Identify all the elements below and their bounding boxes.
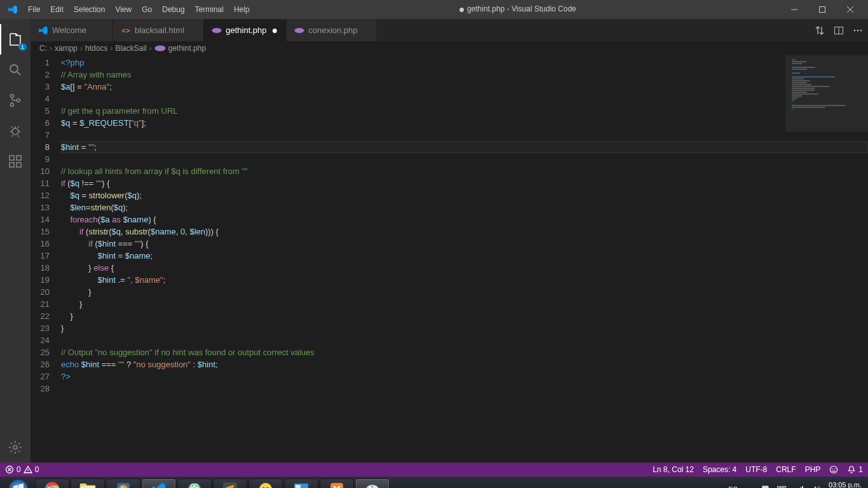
taskbar-chrome[interactable]	[35, 478, 69, 488]
tray-chevron-icon[interactable]: ▴	[744, 484, 754, 488]
tab-blacksail-html[interactable]: <>blacksail.html×	[113, 19, 204, 41]
code-line[interactable]: if ($hint === "") {	[61, 238, 868, 250]
status-warnings[interactable]: 0	[24, 465, 39, 474]
taskbar-xampp[interactable]	[320, 478, 354, 488]
breadcrumb-segment[interactable]: gethint.php	[154, 44, 206, 53]
tray-language[interactable]: ES	[728, 485, 738, 488]
tab-conexion-php[interactable]: conexion.php×	[287, 19, 377, 41]
code-line[interactable]: ?>	[61, 370, 868, 383]
code-line[interactable]: }	[61, 322, 868, 334]
taskbar-app-blue[interactable]	[284, 478, 318, 488]
taskbar-vscode[interactable]	[142, 478, 176, 488]
editor-region: Welcome×<>blacksail.html×gethint.php●con…	[31, 19, 868, 463]
tray-volume-icon[interactable]	[810, 484, 820, 488]
menu-debug[interactable]: Debug	[157, 0, 189, 19]
breadcrumb-segment[interactable]: BlackSail	[115, 44, 146, 53]
code-line[interactable]: $a[] = "Anna";	[61, 81, 868, 93]
menu-terminal[interactable]: Terminal	[190, 0, 229, 19]
menu-go[interactable]: Go	[137, 0, 157, 19]
taskbar-app-yellow[interactable]	[248, 478, 283, 488]
breadcrumb-segment[interactable]: htdocs	[85, 44, 107, 53]
status-notifications[interactable]: 1	[847, 465, 863, 474]
menu-help[interactable]: Help	[229, 0, 255, 19]
svg-point-4	[17, 99, 20, 102]
start-button[interactable]	[3, 477, 34, 488]
code-line[interactable]: }	[61, 310, 868, 322]
breadcrumb-segment[interactable]: xampp	[55, 44, 78, 53]
code-line[interactable]: $len=strlen($q);	[61, 201, 868, 214]
minimap[interactable]	[785, 55, 868, 462]
code-line[interactable]: echo $hint === "" ? "no suggestion" : $h…	[61, 358, 868, 370]
code-line[interactable]	[61, 334, 868, 346]
breadcrumb-segment[interactable]: C:	[39, 44, 47, 53]
code-line[interactable]: }	[61, 298, 868, 310]
code-line[interactable]: } else {	[61, 262, 868, 274]
code-line[interactable]: // Output "no suggestion" if no hint was…	[61, 346, 868, 358]
code-line[interactable]	[61, 383, 868, 395]
maximize-button[interactable]	[808, 0, 836, 19]
code-line[interactable]: if (stristr($q, substr($name, 0, $len)))…	[61, 226, 868, 238]
code-line[interactable]	[61, 153, 868, 165]
taskbar-media-player[interactable]	[106, 478, 140, 488]
split-editor-icon[interactable]	[834, 25, 844, 36]
menu-edit[interactable]: Edit	[45, 0, 69, 19]
menu-file[interactable]: File	[23, 0, 45, 19]
status-bar: 0 0 Ln 8, Col 12 Spaces: 4 UTF-8 CRLF PH…	[0, 463, 868, 477]
breadcrumbs[interactable]: C:›xampp›htdocs›BlackSail›gethint.php	[31, 41, 868, 55]
activity-settings[interactable]	[0, 432, 31, 463]
code-line[interactable]: }	[61, 286, 868, 298]
svg-point-15	[857, 29, 859, 31]
activity-debug[interactable]	[0, 116, 31, 146]
code-line[interactable]: $q = strtolower($q);	[61, 189, 868, 201]
title-bar: FileEditSelectionViewGoDebugTerminalHelp…	[0, 0, 868, 19]
code-line[interactable]: $hint .= ", $name";	[61, 274, 868, 286]
code-line[interactable]	[61, 129, 868, 141]
activity-bar: 1	[0, 19, 31, 463]
status-errors[interactable]: 0	[5, 465, 21, 474]
activity-extensions[interactable]	[0, 146, 31, 177]
code-line[interactable]: $q = $_REQUEST["q"];	[61, 117, 868, 129]
line-number: 12	[31, 189, 50, 201]
code-line[interactable]: // get the q parameter from URL	[61, 105, 868, 117]
svg-point-20	[831, 466, 837, 473]
minimize-button[interactable]	[780, 0, 808, 19]
close-button[interactable]	[836, 0, 864, 19]
chevron-right-icon: ›	[50, 44, 52, 53]
line-number-gutter: 1234567891011121314151617181920212223242…	[31, 55, 61, 463]
code-line[interactable]: if ($q !== "") {	[61, 177, 868, 189]
tray-flag-icon[interactable]	[761, 484, 771, 488]
status-encoding[interactable]: UTF-8	[745, 465, 767, 474]
taskbar-paint[interactable]	[355, 478, 390, 488]
status-feedback-icon[interactable]	[829, 465, 838, 474]
taskbar-file-explorer[interactable]	[71, 478, 105, 488]
activity-explorer[interactable]: 1	[0, 24, 31, 55]
line-number: 13	[31, 201, 50, 214]
more-actions-icon[interactable]	[853, 25, 863, 36]
code-area[interactable]: <?php// Array with names$a[] = "Anna";//…	[61, 55, 868, 463]
code-line[interactable]: <?php	[61, 57, 868, 69]
main-area: 1 Welcome×<>blacksail.html×gethint.php●c…	[0, 19, 868, 463]
status-cursor[interactable]: Ln 8, Col 12	[653, 465, 694, 474]
code-line[interactable]: // Array with names	[61, 69, 868, 81]
menu-view[interactable]: View	[110, 0, 137, 19]
tray-network-icon[interactable]	[794, 484, 804, 488]
compare-changes-icon[interactable]	[815, 25, 825, 36]
status-eol[interactable]: CRLF	[776, 465, 796, 474]
taskbar-sublime[interactable]	[213, 478, 247, 488]
code-line[interactable]: $hint = $name;	[61, 250, 868, 262]
code-line[interactable]: foreach($a as $name) {	[61, 214, 868, 226]
status-language[interactable]: PHP	[805, 465, 821, 474]
tray-clock[interactable]: 03:05 p.m. 04/11/2019	[827, 481, 862, 488]
taskbar-atom[interactable]	[177, 478, 212, 488]
code-line[interactable]	[61, 93, 868, 105]
activity-source-control[interactable]	[0, 85, 31, 116]
status-indent[interactable]: Spaces: 4	[703, 465, 736, 474]
menu-selection[interactable]: Selection	[69, 0, 110, 19]
tab-welcome[interactable]: Welcome×	[31, 19, 113, 41]
line-number: 20	[31, 286, 50, 298]
code-line[interactable]: // lookup all hints from array if $q is …	[61, 165, 868, 177]
code-line[interactable]: $hint = "";	[61, 141, 868, 153]
tray-battery-icon[interactable]	[777, 484, 787, 488]
tab-gethint-php[interactable]: gethint.php●	[204, 19, 287, 41]
activity-search[interactable]	[0, 55, 31, 85]
